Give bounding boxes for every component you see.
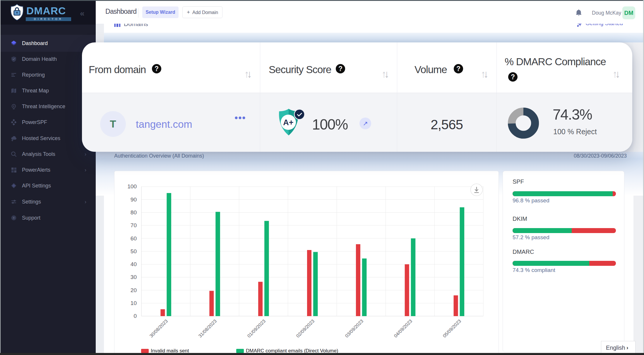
svg-text:04/09/2023: 04/09/2023 <box>393 318 413 339</box>
svg-text:03/09/2023: 03/09/2023 <box>344 318 364 339</box>
svg-text:31/08/2023: 31/08/2023 <box>197 318 217 339</box>
svg-text:60: 60 <box>131 235 137 242</box>
svg-text:01/09/2023: 01/09/2023 <box>246 318 266 339</box>
svg-text:0: 0 <box>133 313 137 319</box>
svg-text:20: 20 <box>131 287 137 293</box>
svg-text:100: 100 <box>127 183 137 189</box>
svg-text:70: 70 <box>131 222 137 228</box>
svg-text:10: 10 <box>131 300 137 306</box>
svg-text:80: 80 <box>131 209 137 216</box>
svg-text:05/09/2023: 05/09/2023 <box>442 318 462 339</box>
svg-text:90: 90 <box>131 197 137 203</box>
svg-text:A+: A+ <box>283 118 293 127</box>
svg-text:50: 50 <box>131 248 137 254</box>
svg-text:30/08/2023: 30/08/2023 <box>148 318 169 339</box>
svg-text:40: 40 <box>131 261 137 267</box>
svg-text:02/09/2023: 02/09/2023 <box>295 318 315 339</box>
svg-text:30: 30 <box>131 274 137 280</box>
